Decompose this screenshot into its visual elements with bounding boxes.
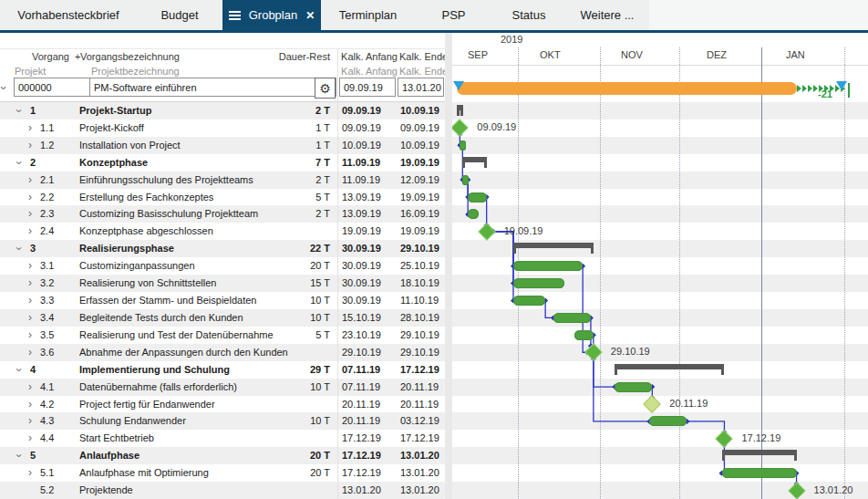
task-row-2[interactable]: ›2Konzeptphase7 T11.09.1919.09.19 [0,154,445,172]
task-row-4-4[interactable]: ›4.4Start Echtbetrieb17.12.1917.12.19 [0,430,445,447]
task-duration: 2 T [239,205,330,223]
task-name: Erstellung des Fachkonzeptes [79,189,213,206]
phase-bar-4[interactable] [615,364,724,369]
chevron-down-icon[interactable]: › [10,161,27,164]
task-row-3-1[interactable]: ›3.1Customizinganpassungen20 T30.09.1925… [0,257,445,275]
task-duration: 2 T [239,172,330,189]
column-header-vorgangsbezeichnung[interactable]: Vorgangsbezeichnung [80,51,180,62]
task-row-4-3[interactable]: ›4.3Schulung Endanwender10 T20.11.1903.1… [0,412,445,430]
tab-budget[interactable]: Budget [137,0,222,30]
task-row-2-3[interactable]: ›2.3Customizing Basisschulung Projekttea… [0,205,445,223]
task-row-3-5[interactable]: ›3.5Realisierung und Test der Datenübern… [0,327,445,344]
task-row-1[interactable]: ›1Projekt-Startup2 T09.09.1910.09.19 [0,102,445,120]
table-top-divider [0,48,445,49]
chevron-right-icon[interactable]: › [28,205,32,223]
chevron-right-icon[interactable]: › [28,430,32,447]
task-row-5[interactable]: ›5Anlaufphase20 T17.12.1913.01.20 [0,447,445,464]
task-bar-3-5[interactable] [574,330,594,340]
task-row-5-1[interactable]: ›5.1Anlaufphase mit Optimierung20 T17.12… [0,464,445,482]
column-header-kalk-ende[interactable]: Kalk. Ende [399,51,444,62]
chevron-right-icon[interactable]: › [28,309,32,327]
project-start-date-field[interactable]: 09.09.19 [339,78,396,97]
task-row-3-2[interactable]: ›3.2Realisierung von Schnittstellen15 T3… [0,275,445,292]
task-bar-5-1[interactable] [722,468,797,478]
milestone-label-2-4: 19.09.19 [504,225,543,236]
chevron-right-icon[interactable]: › [28,412,32,430]
chevron-right-icon[interactable]: › [28,275,32,292]
tab-psp[interactable]: PSP [415,0,492,30]
project-id-input[interactable] [14,78,90,97]
phase-bar-3[interactable] [513,243,594,248]
tab-weitere-[interactable]: Weitere ... [565,0,649,30]
phase-bar-2[interactable] [462,157,486,162]
task-bar-4-3[interactable] [649,416,687,426]
task-id: 3.4 [40,309,54,327]
tab-label: Terminplan [339,8,398,22]
task-duration: 20 T [239,447,330,464]
task-bar-3-3[interactable] [513,296,545,306]
tab-grobplan[interactable]: Grobplan✕ [222,0,321,30]
task-row-2-2[interactable]: ›2.2Erstellung des Fachkonzeptes5 T13.09… [0,189,445,206]
task-id: 5.1 [40,464,54,482]
column-header-vorgang[interactable]: Vorgang [32,51,69,62]
chevron-right-icon[interactable]: › [28,464,32,482]
task-id: 2 [30,154,36,172]
task-bar-3-1[interactable] [513,261,583,271]
task-duration: 29 T [239,361,330,379]
project-name-input[interactable] [89,78,336,97]
task-row-1-1[interactable]: ›1.1Projekt-Kickoff1 T09.09.1909.09.19 [0,120,445,137]
chevron-right-icon[interactable]: › [28,379,32,396]
chevron-right-icon[interactable]: › [28,189,32,206]
task-row-3[interactable]: ›3Realisierungsphase22 T30.09.1929.10.19 [0,240,445,257]
task-row-2-1[interactable]: ›2.1Einführungsschulung des Projektteams… [0,172,445,189]
chevron-right-icon[interactable]: › [28,292,32,309]
task-row-5-2[interactable]: 5.2Projektende13.01.2013.01.20 [0,482,445,499]
task-row-4[interactable]: ›4Implementierung und Schulung29 T07.11.… [0,361,445,379]
tab-label: Budget [160,8,198,22]
chevron-down-icon[interactable]: › [10,109,27,113]
task-row-3-4[interactable]: ›3.4Begleitende Tests durch den Kunden10… [0,309,445,327]
task-bar-3-2[interactable] [513,278,564,288]
task-row-4-1[interactable]: ›4.1Datenübernahme (falls erforderlich)1… [0,379,445,396]
chevron-right-icon[interactable]: › [28,120,32,137]
chevron-down-icon[interactable]: › [10,454,27,458]
chevron-down-icon[interactable]: › [10,247,27,251]
close-icon[interactable]: ✕ [305,10,315,21]
hamburger-icon[interactable] [229,15,241,16]
gear-icon[interactable]: ⚙ [315,78,336,99]
project-end-date-field[interactable]: 13.01.20 [398,78,444,97]
buffer-chevron-icon [802,85,807,92]
chevron-right-icon[interactable]: › [28,223,32,240]
chevron-right-icon[interactable]: › [28,172,32,189]
chevron-right-icon[interactable]: › [28,137,32,154]
task-bar-4-1[interactable] [615,382,652,392]
phase-bar-5[interactable] [722,450,797,455]
chevron-right-icon[interactable]: › [28,257,32,275]
column-header-kalk-anfang[interactable]: Kalk. Anfang [341,51,398,62]
task-row-3-6[interactable]: ›3.6Abnahme der Anpassungen durch den Ku… [0,344,445,361]
phase-bar-1[interactable] [457,105,463,110]
chevron-right-icon[interactable]: › [28,327,32,344]
task-row-3-3[interactable]: ›3.3Erfassen der Stamm- und Beispieldate… [0,292,445,309]
task-end-date: 09.09.19 [400,120,439,137]
task-duration: 5 T [239,189,330,206]
tab-vorhabensteckbrief[interactable]: Vorhabensteckbrief [0,0,137,30]
task-start-date: 20.11.19 [342,396,380,413]
project-collapse-chevron-icon[interactable]: › [0,86,11,89]
chevron-down-icon[interactable]: › [10,368,27,371]
task-row-4-2[interactable]: ›4.2Project fertig für Endanwender20.11.… [0,396,445,413]
chevron-right-icon[interactable]: › [28,344,32,361]
task-bar-3-4[interactable] [553,313,591,323]
task-row-1-2[interactable]: ›1.2Installation von Project1 T10.09.191… [0,137,445,154]
chevron-right-icon[interactable]: › [28,396,32,413]
column-header-dauer-rest[interactable]: Dauer-Rest [239,51,330,62]
tab-status[interactable]: Status [492,0,565,30]
tab-terminplan[interactable]: Terminplan [321,0,415,30]
task-row-2-4[interactable]: ›2.4Konzeptphase abgeschlossen19.09.1919… [0,223,445,240]
task-bar-1-2[interactable] [460,140,466,151]
task-bar-2-1[interactable] [462,175,469,185]
task-end-date: 17.12.19 [400,430,439,447]
pane-splitter[interactable] [445,33,452,499]
task-bar-2-2[interactable] [468,192,487,203]
project-summary-bar[interactable] [457,82,796,95]
